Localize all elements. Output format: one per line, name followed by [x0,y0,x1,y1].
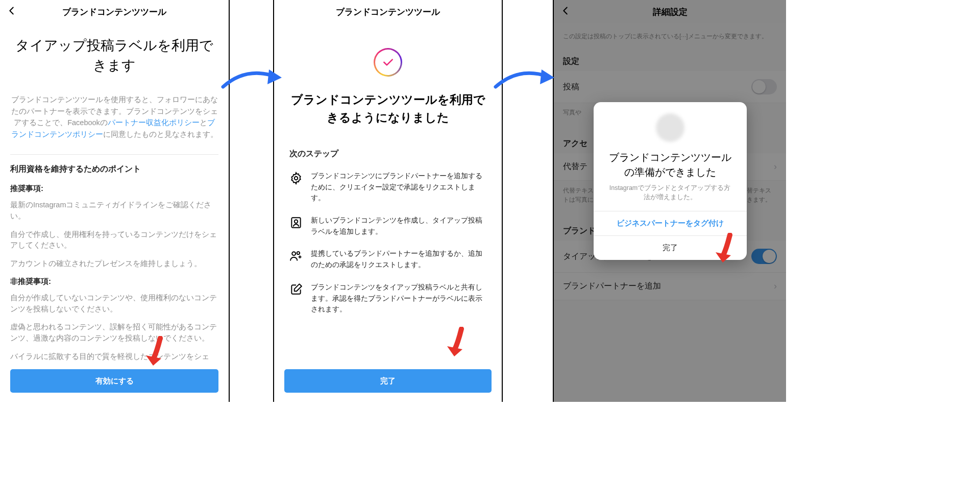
header-bar: ブランドコンテンツツール [274,0,502,23]
svg-point-3 [292,252,296,256]
screen-eligibility: ブランドコンテンツツール タイアップ投稿ラベルを利用できます ブランドコンテンツ… [0,0,230,402]
not-recommended-heading: 非推奨事項: [0,275,229,291]
svg-point-0 [295,177,298,180]
not-recommended-item: 虚偽と思われるコンテンツ、誤解を招く可能性があるコンテンツ、過激な内容のコンテン… [0,320,229,349]
screen-advanced-settings: 詳細設定 この設定は投稿のトップに表示されている[···]メニューから変更できま… [553,0,786,402]
recommended-heading: 推奨事項: [0,182,229,198]
not-recommended-item: 自分が作成していないコンテンツや、使用権利のないコンテンツを投稿しないでください… [0,291,229,320]
step-text: 提携しているブランドパートナーを追加するか、追加のための承認をリクエストします。 [311,248,486,270]
recommended-item: 自分で作成し、使用権利を持っているコンテンツだけをシェアしてください。 [0,227,229,257]
not-recommended-item: バイラルに拡散する目的で質を軽視したコンテンツをシェ [0,349,229,368]
red-pointer-icon [143,336,167,370]
add-user-icon [289,249,303,262]
step-item: 新しいブランドコンテンツを作成し、タイアップ投稿ラベルを追加します。 [274,208,502,241]
recommended-item: 最新のInstagramコミュニティガイドラインをご確認ください。 [0,198,229,227]
avatar [656,113,684,142]
modal-subtitle: Instagramでブランドとタイアップする方法が増えました。 [594,184,747,211]
section-heading: 利用資格を維持するためのポイント [0,155,229,182]
done-button[interactable]: 完了 [284,369,492,393]
header-title: ブランドコンテンツツール [336,6,440,18]
page-description: ブランドコンテンツツールを使用すると、フォロワーにあなたのパートナーを表示できま… [0,81,229,150]
profile-icon [289,216,303,229]
step-text: ブランドコンテンツをタイアップ投稿ラベルと共有します。承認を得たブランドパートナ… [311,282,486,315]
svg-point-2 [295,220,298,224]
edit-icon [289,283,303,296]
step-item: 提携しているブランドパートナーを追加するか、追加のための承認をリクエストします。 [274,241,502,274]
desc-text: と [200,118,207,127]
enable-button[interactable]: 有効にする [10,369,218,393]
red-pointer-icon [444,327,469,361]
gradient-ring-icon [374,48,402,77]
modal-title: ブランドコンテンツツールの準備ができました [594,147,747,184]
page-title: タイアップ投稿ラベルを利用できます [0,23,229,81]
header-title: ブランドコンテンツツール [62,6,166,18]
link-partner-policy[interactable]: パートナー収益化ポリシー [108,118,200,127]
page-title: ブランドコンテンツツールを利用できるようになりました [274,89,502,131]
next-steps-heading: 次のステップ [274,131,502,163]
flow-arrow-icon [493,61,559,99]
flow-arrow-icon [220,61,287,99]
step-text: 新しいブランドコンテンツを作成し、タイアップ投稿ラベルを追加します。 [311,215,486,237]
desc-text: に同意したものと見なされます。 [103,130,218,138]
success-icon-wrap [274,23,502,89]
header-bar: ブランドコンテンツツール [0,0,229,23]
gear-icon [289,172,303,185]
red-pointer-icon [713,233,737,267]
recommended-item: アカウントの確立されたプレゼンスを維持しましょう。 [0,256,229,275]
back-icon[interactable] [6,5,17,18]
step-item: ブランドコンテンツにブランドパートナーを追加するために、クリエイター設定で承認を… [274,163,502,208]
svg-point-4 [297,252,300,254]
step-item: ブランドコンテンツをタイアップ投稿ラベルと共有します。承認を得たブランドパートナ… [274,275,502,319]
step-text: ブランドコンテンツにブランドパートナーを追加するために、クリエイター設定で承認を… [311,171,486,204]
tag-partner-button[interactable]: ビジネスパートナーをタグ付け [594,211,747,235]
